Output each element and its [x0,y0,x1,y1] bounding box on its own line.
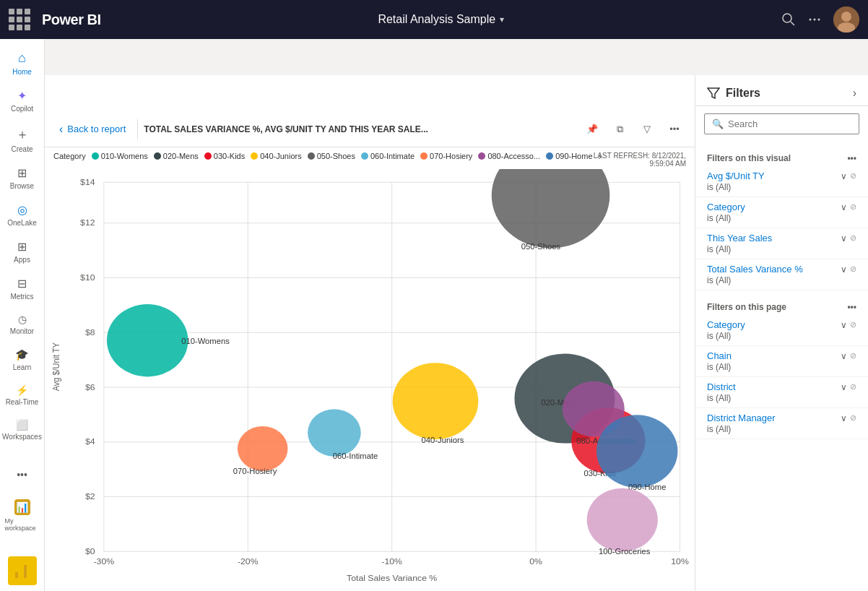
legend-080accessories: 080-Accesso... [478,152,540,160]
sidebar-item-onelake[interactable]: ◎ OneLake [2,197,43,233]
filter-search-box[interactable]: 🔍 [704,113,859,134]
filter-district-chevron[interactable]: ∨ [841,382,847,392]
filters-panel: Filters › 🔍 Filters on this visual ••• A… [695,75,868,591]
bubble-060-intimate[interactable] [308,409,361,457]
bubble-010-womens[interactable] [107,304,188,376]
filter-avg-clear[interactable]: ⊘ [850,171,856,181]
sidebar-item-label: Learn [13,363,32,371]
filter-cat-page-name[interactable]: Category [707,319,745,330]
svg-line-1 [791,22,794,25]
filter-tys-header: This Year Sales ∨ ⊘ [707,233,856,243]
filter-dm-clear[interactable]: ⊘ [850,413,856,423]
sidebar-item-label: Copilot [11,105,33,113]
legend-090home: 090-Home [546,152,592,160]
user-avatar[interactable] [833,7,859,33]
more-options-icon[interactable] [807,12,822,27]
svg-rect-11 [28,570,30,578]
pin-icon[interactable]: 📌 [581,118,604,141]
filter-chain-clear[interactable]: ⊘ [850,351,856,361]
sidebar-item-label: My workspace [5,517,40,532]
filter-search-input[interactable] [728,118,851,129]
apps-menu-button[interactable] [9,9,30,30]
bubble-090-home[interactable] [596,415,678,487]
back-to-report-button[interactable]: ‹ Back to report [53,120,131,139]
filter-category-visual-name[interactable]: Category [707,202,745,212]
svg-text:100-Groceries: 100-Groceries [599,547,650,555]
filter-dm-name[interactable]: District Manager [707,413,776,423]
filters-on-page-label: Filters on this page [707,302,786,312]
sidebar-item-copilot[interactable]: ✦ Copilot [2,83,43,118]
metrics-icon: ⊟ [17,277,27,290]
filter-district-name[interactable]: District [707,381,736,392]
copilot-icon: ✦ [17,89,27,103]
filter-avg-chevron[interactable]: ∨ [841,171,847,181]
workspaces-icon: ⬜ [16,419,28,431]
sidebar-item-apps[interactable]: ⊞ Apps [2,234,43,269]
more-visual-icon[interactable]: ••• [663,118,686,141]
sidebar-item-browse[interactable]: ⊞ Browse [2,160,43,196]
copy-visual-icon[interactable]: ⧉ [608,118,631,141]
refresh-line2: 9:59:04 AM [594,160,686,168]
svg-text:040-Juniors: 040-Juniors [422,436,464,444]
svg-text:$0: $0 [85,547,95,556]
filter-tsv-name[interactable]: Total Sales Variance % [707,264,803,275]
sidebar-item-label: Real-Time [6,398,39,406]
svg-text:070-Hosiery: 070-Hosiery [233,467,277,475]
filter-search-icon: 🔍 [712,118,724,129]
legend-040juniors: 040-Juniors [251,152,301,160]
filter-category-visual-header: Category ∨ ⊘ [707,202,856,212]
sidebar-item-more[interactable]: ••• [2,463,43,486]
legend-030kids: 030-Kids [204,152,245,160]
svg-text:-30%: -30% [93,557,114,566]
filter-cat-visual-chevron[interactable]: ∨ [841,202,847,212]
sidebar-item-label: Browse [10,182,34,190]
filter-avg-unit-ty-name[interactable]: Avg $/Unit TY [707,171,765,181]
filter-tsv-clear[interactable]: ⊘ [850,264,856,274]
svg-text:$2: $2 [85,492,95,501]
filters-visual-more[interactable]: ••• [847,153,856,163]
sidebar-item-learn[interactable]: 🎓 Learn [2,342,43,377]
title-chevron-icon[interactable]: ▾ [500,14,504,25]
svg-text:050-Shoes: 050-Shoes [521,243,560,251]
sidebar-item-realtime[interactable]: ⚡ Real-Time [2,379,43,412]
filter-cat-visual-clear[interactable]: ⊘ [850,202,856,212]
filter-visual-icon[interactable]: ▽ [635,118,659,141]
filter-avg-unit-ty-actions: ∨ ⊘ [841,171,856,181]
svg-point-4 [818,19,820,21]
legend-020mens: 020-Mens [154,152,199,160]
filter-tys-clear[interactable]: ⊘ [850,233,856,243]
sidebar-item-monitor[interactable]: ◷ Monitor [2,308,43,341]
sidebar-item-workspaces[interactable]: ⬜ Workspaces [2,413,43,447]
svg-point-0 [783,14,791,22]
filter-cat-page-clear[interactable]: ⊘ [850,320,856,329]
sidebar-item-myworkspace[interactable]: 📊 My workspace [2,493,43,538]
filter-tsv-actions: ∨ ⊘ [841,264,856,275]
filter-dm-actions: ∨ ⊘ [841,413,856,423]
filter-tys-name[interactable]: This Year Sales [707,233,772,243]
svg-text:-10%: -10% [381,557,402,566]
bubble-040-juniors[interactable] [393,363,479,439]
filter-dm-value: is (All) [707,424,856,434]
svg-point-6 [841,12,851,22]
filter-dm-chevron[interactable]: ∨ [841,413,847,423]
search-icon[interactable] [781,12,796,27]
sidebar-item-home[interactable]: ⌂ Home [2,45,43,82]
bubble-100-groceries[interactable] [587,488,658,552]
filter-tys-chevron[interactable]: ∨ [841,233,847,243]
filter-district: District ∨ ⊘ is (All) [695,377,868,408]
filter-chain-chevron[interactable]: ∨ [841,351,847,361]
filter-chain-name[interactable]: Chain [707,350,732,361]
sidebar-item-create[interactable]: ＋ Create [2,120,43,159]
filters-expand-icon[interactable]: › [853,87,856,100]
bubble-050-shoes[interactable] [492,169,610,249]
svg-marker-55 [708,88,719,98]
filter-cat-page-chevron[interactable]: ∨ [841,320,847,330]
sidebar-item-metrics[interactable]: ⊟ Metrics [2,271,43,306]
bubble-070-hosiery[interactable] [238,426,288,471]
filter-district-clear[interactable]: ⊘ [850,382,856,392]
filters-page-more[interactable]: ••• [847,302,856,312]
filter-header-icon [707,87,720,100]
scatter-svg: .axis-text { font-size: 12px; fill: #605… [45,169,695,591]
filter-tsv-chevron[interactable]: ∨ [841,264,847,275]
refresh-line1: LAST REFRESH: 8/12/2021, [594,152,686,160]
